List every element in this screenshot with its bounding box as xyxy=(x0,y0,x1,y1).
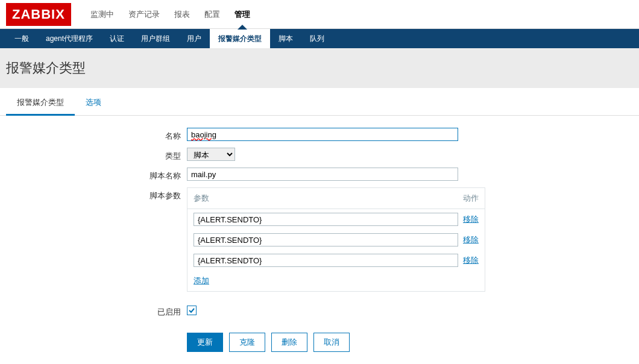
label-enabled: 已启用 xyxy=(6,304,187,318)
top-nav: ZABBIX 监测中 资产记录 报表 配置 管理 xyxy=(0,0,639,29)
sub-nav-queue[interactable]: 队列 xyxy=(301,29,333,48)
row-type: 类型 脚本 xyxy=(6,148,633,162)
buttons-row: 更新 克隆 删除 取消 xyxy=(187,324,633,352)
control-name: baojing xyxy=(187,128,633,141)
top-nav-item-inventory[interactable]: 资产记录 xyxy=(121,0,167,29)
sub-nav-users[interactable]: 用户 xyxy=(178,29,210,48)
page-header: 报警媒介类型 xyxy=(0,48,639,88)
params-header-param: 参数 xyxy=(194,193,463,204)
name-input[interactable]: baojing xyxy=(187,128,458,141)
param-input-0[interactable] xyxy=(194,213,458,226)
control-script-params: 参数 动作 移除 移除 移除 添加 xyxy=(187,187,633,292)
param-remove-2[interactable]: 移除 xyxy=(463,255,479,266)
params-table: 参数 动作 移除 移除 移除 添加 xyxy=(187,187,485,292)
check-icon xyxy=(188,307,195,314)
control-script-name xyxy=(187,168,633,181)
tab-options[interactable]: 选项 xyxy=(75,91,112,115)
param-remove-0[interactable]: 移除 xyxy=(463,214,479,225)
top-nav-item-admin[interactable]: 管理 xyxy=(227,0,257,29)
top-nav-item-config[interactable]: 配置 xyxy=(197,0,227,29)
cancel-button[interactable]: 取消 xyxy=(313,333,350,352)
params-row-2: 移除 xyxy=(187,250,485,271)
row-script-name: 脚本名称 xyxy=(6,168,633,181)
sub-nav: 一般 agent代理程序 认证 用户群组 用户 报警媒介类型 脚本 队列 xyxy=(0,29,639,48)
params-row-1: 移除 xyxy=(187,230,485,250)
row-script-params: 脚本参数 参数 动作 移除 移除 移除 添加 xyxy=(6,187,633,292)
param-input-2[interactable] xyxy=(194,254,458,267)
sub-nav-scripts[interactable]: 脚本 xyxy=(270,29,301,48)
page-title: 报警媒介类型 xyxy=(6,59,633,77)
sub-nav-auth[interactable]: 认证 xyxy=(101,29,133,48)
sub-nav-mediatypes[interactable]: 报警媒介类型 xyxy=(210,29,270,48)
top-nav-item-monitor[interactable]: 监测中 xyxy=(83,0,121,29)
label-type: 类型 xyxy=(6,148,187,162)
sub-nav-general[interactable]: 一般 xyxy=(6,29,37,48)
params-header: 参数 动作 xyxy=(187,188,485,209)
row-enabled: 已启用 xyxy=(6,304,633,318)
clone-button[interactable]: 克隆 xyxy=(229,333,265,352)
form-content: 名称 baojing 类型 脚本 脚本名称 脚本参数 参数 动作 xyxy=(0,116,639,364)
param-input-1[interactable] xyxy=(194,233,458,246)
tab-mediatype[interactable]: 报警媒介类型 xyxy=(6,91,75,116)
delete-button[interactable]: 删除 xyxy=(271,333,307,352)
tabs: 报警媒介类型 选项 xyxy=(0,91,639,116)
label-name: 名称 xyxy=(6,128,187,142)
type-select[interactable]: 脚本 xyxy=(187,148,235,161)
update-button[interactable]: 更新 xyxy=(187,333,223,352)
name-value: baojing xyxy=(191,130,216,139)
param-add[interactable]: 添加 xyxy=(187,271,485,291)
label-buttons xyxy=(6,324,187,327)
top-nav-item-reports[interactable]: 报表 xyxy=(167,0,197,29)
params-row-0: 移除 xyxy=(187,209,485,230)
label-script-name: 脚本名称 xyxy=(6,168,187,181)
enabled-checkbox[interactable] xyxy=(187,306,197,315)
control-enabled xyxy=(187,304,633,315)
sub-nav-usergroups[interactable]: 用户群组 xyxy=(133,29,178,48)
label-script-params: 脚本参数 xyxy=(6,187,187,201)
row-name: 名称 baojing xyxy=(6,128,633,142)
logo[interactable]: ZABBIX xyxy=(6,3,71,26)
row-buttons: 更新 克隆 删除 取消 xyxy=(6,324,633,352)
params-header-action: 动作 xyxy=(463,193,479,204)
param-remove-1[interactable]: 移除 xyxy=(463,234,479,245)
control-type: 脚本 xyxy=(187,148,633,161)
sub-nav-agent[interactable]: agent代理程序 xyxy=(37,29,101,48)
script-name-input[interactable] xyxy=(187,168,458,181)
